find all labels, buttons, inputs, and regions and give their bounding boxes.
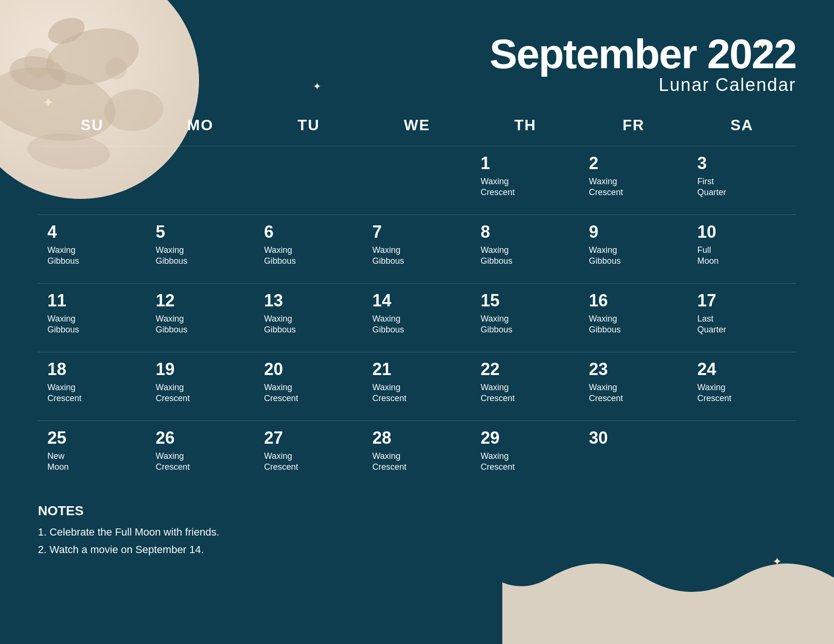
cell-phase-text: FullMoon [697, 245, 791, 267]
cell-day-number: 25 [47, 428, 142, 448]
calendar-cell: 14WaxingGibbous [363, 283, 471, 352]
page-subtitle: Lunar Calendar [490, 75, 796, 95]
day-header-tu: TU [254, 109, 363, 141]
cell-day-number: 14 [372, 291, 467, 311]
cell-day-number: 15 [480, 291, 575, 311]
cell-phase-text: WaxingCrescent [47, 382, 142, 404]
calendar-cell: 23WaxingCrescent [580, 352, 688, 420]
cell-day-number: 26 [156, 428, 250, 448]
cell-day-number: 20 [264, 359, 358, 379]
day-header-mo: MO [146, 109, 255, 141]
calendar-cell: 27WaxingCrescent [254, 420, 363, 489]
cell-day-number: 13 [264, 291, 358, 311]
cell-day-number: 28 [372, 428, 467, 448]
cell-day-number: 11 [47, 291, 142, 311]
main-container: September 2022 Lunar Calendar SU MO TU W… [0, 0, 834, 568]
calendar-cell: 24WaxingCrescent [688, 352, 796, 420]
cell-phase-text: WaxingCrescent [480, 382, 575, 404]
header: September 2022 Lunar Calendar [38, 19, 796, 95]
calendar-cell: 16WaxingGibbous [580, 283, 688, 352]
header-text: September 2022 Lunar Calendar [490, 33, 796, 95]
calendar-cell: 7WaxingGibbous [363, 215, 471, 283]
calendar-cell-empty [38, 146, 146, 215]
cell-phase-text: WaxingGibbous [589, 245, 683, 267]
calendar-cell: 21WaxingCrescent [363, 352, 471, 420]
calendar-cell: 25NewMoon [38, 420, 146, 489]
calendar-cell: 22WaxingCrescent [471, 352, 580, 420]
calendar-cell-empty [254, 146, 363, 215]
cell-day-number: 3 [697, 153, 791, 173]
cell-phase-text: WaxingGibbous [372, 245, 467, 267]
notes-title: NOTES [38, 503, 796, 519]
calendar-cell: 3FirstQuarter [688, 146, 796, 215]
calendar-cell: 9WaxingGibbous [580, 215, 688, 283]
cell-phase-text: WaxingCrescent [264, 451, 358, 473]
notes-section: NOTES 1. Celebrate the Full Moon with fr… [38, 499, 796, 568]
cell-phase-text: WaxingGibbous [156, 245, 250, 267]
cell-phase-text: WaxingCrescent [372, 382, 467, 404]
cell-day-number: 19 [156, 359, 250, 379]
cell-day-number: 27 [264, 428, 358, 448]
calendar-cell: 15WaxingGibbous [471, 283, 580, 352]
cell-day-number: 22 [480, 359, 575, 379]
calendar-cell: 12WaxingGibbous [146, 283, 255, 352]
cell-phase-text: WaxingGibbous [589, 313, 683, 336]
calendar-cell: 28WaxingCrescent [363, 420, 471, 489]
cell-phase-text: WaxingCrescent [589, 176, 683, 198]
calendar-cell: 6WaxingGibbous [254, 215, 363, 283]
calendar-cell: 29WaxingCrescent [471, 420, 580, 489]
calendar: SU MO TU WE TH FR SA 1WaxingCrescent2Wax… [38, 109, 796, 489]
cell-phase-text: WaxingCrescent [372, 451, 467, 473]
cell-phase-text: WaxingGibbous [480, 245, 575, 267]
calendar-cell-empty [688, 420, 796, 489]
notes-item: 2. Watch a movie on September 14. [38, 541, 796, 558]
cell-day-number: 8 [480, 222, 575, 242]
calendar-cell: 20WaxingCrescent [254, 352, 363, 420]
day-header-th: TH [471, 109, 580, 141]
cell-day-number: 4 [47, 222, 142, 242]
day-header-fr: FR [580, 109, 688, 141]
calendar-cell: 30 [580, 420, 688, 489]
cell-day-number: 30 [589, 428, 683, 448]
cell-day-number: 21 [372, 359, 467, 379]
cell-day-number: 17 [697, 291, 791, 311]
day-header-we: WE [363, 109, 471, 141]
calendar-grid: 1WaxingCrescent2WaxingCrescent3FirstQuar… [38, 146, 796, 489]
cell-day-number: 12 [156, 291, 250, 311]
cell-day-number: 9 [589, 222, 683, 242]
calendar-cell: 26WaxingCrescent [146, 420, 255, 489]
calendar-cell-empty [146, 146, 255, 215]
cell-phase-text: LastQuarter [697, 313, 791, 336]
calendar-cell: 17LastQuarter [688, 283, 796, 352]
calendar-cell: 1WaxingCrescent [471, 146, 580, 215]
cell-day-number: 16 [589, 291, 683, 311]
notes-item: 1. Celebrate the Full Moon with friends. [38, 523, 796, 541]
calendar-cell: 2WaxingCrescent [580, 146, 688, 215]
cell-phase-text: WaxingCrescent [156, 451, 250, 473]
calendar-cell: 18WaxingCrescent [38, 352, 146, 420]
cell-day-number: 5 [156, 222, 250, 242]
cell-phase-text: WaxingCrescent [156, 382, 250, 404]
cell-phase-text: WaxingGibbous [156, 313, 250, 336]
cell-day-number: 2 [589, 153, 683, 173]
cell-phase-text: WaxingCrescent [589, 382, 683, 404]
cell-phase-text: FirstQuarter [697, 176, 791, 198]
calendar-cell: 19WaxingCrescent [146, 352, 255, 420]
page-title: September 2022 [490, 33, 796, 75]
day-headers: SU MO TU WE TH FR SA [38, 109, 796, 141]
cell-phase-text: WaxingGibbous [264, 313, 358, 336]
cell-phase-text: WaxingGibbous [264, 245, 358, 267]
cell-phase-text: WaxingGibbous [480, 313, 575, 336]
cell-day-number: 24 [697, 359, 791, 379]
calendar-cell: 4WaxingGibbous [38, 215, 146, 283]
cell-day-number: 6 [264, 222, 358, 242]
cell-phase-text: WaxingCrescent [697, 382, 791, 404]
cell-day-number: 23 [589, 359, 683, 379]
calendar-cell: 8WaxingGibbous [471, 215, 580, 283]
calendar-cell: 5WaxingGibbous [146, 215, 255, 283]
cell-day-number: 18 [47, 359, 142, 379]
cell-day-number: 7 [372, 222, 467, 242]
cell-day-number: 10 [697, 222, 791, 242]
cell-day-number: 29 [480, 428, 575, 448]
calendar-cell-empty [363, 146, 471, 215]
